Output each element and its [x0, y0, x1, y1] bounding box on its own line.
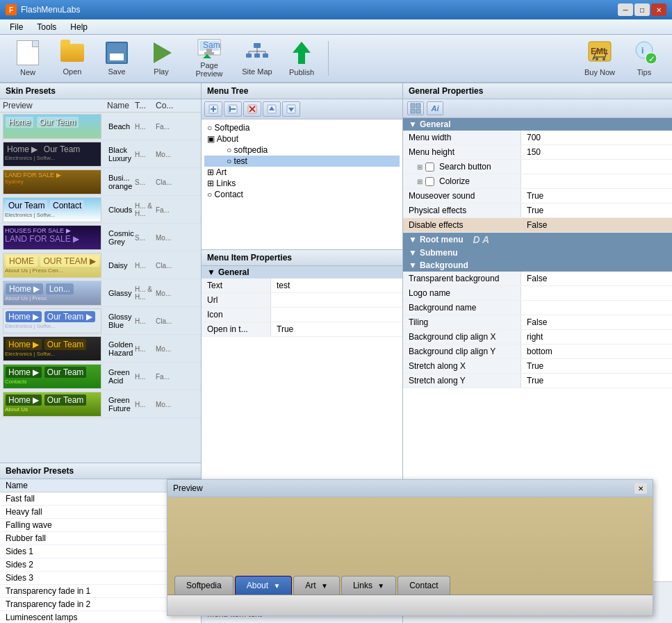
- gp-value-mousesound[interactable]: True: [521, 189, 672, 203]
- open-icon: [60, 41, 85, 65]
- skin-row-glossy[interactable]: Home ▶ Our Team ▶ Electronics | Softw...…: [0, 307, 201, 335]
- gp-toolbar-btn1[interactable]: [407, 101, 424, 115]
- tree-down-button[interactable]: [282, 101, 300, 117]
- skin-name-beach: Beach: [107, 122, 135, 131]
- skin-row-green[interactable]: Home ▶ Our Team Contacts Green Acid H...…: [0, 363, 201, 390]
- gp-group-general[interactable]: ▼ General: [403, 118, 672, 131]
- gp-label-bgclipx: Background clip align X: [403, 330, 521, 344]
- gp-value-transbg[interactable]: False: [521, 272, 672, 285]
- tree-expand-about[interactable]: ▣: [207, 134, 215, 144]
- skin-row-glassy[interactable]: Home ▶ Lon... About Us | Press Glassy H.…: [0, 279, 201, 307]
- gp-group-submenu[interactable]: ▼ Submenu: [403, 247, 672, 259]
- tree-expand-art[interactable]: ⊞: [207, 167, 214, 177]
- tree-item-art[interactable]: ⊞ Art: [204, 167, 400, 178]
- gp-value-menuheight[interactable]: 150: [521, 145, 672, 159]
- tree-item-softpedia-child[interactable]: ○ softpedia: [204, 144, 400, 156]
- gp-label-transbg: Transparent background: [403, 272, 521, 285]
- tree-icon-contact: ○: [207, 190, 212, 199]
- preview-close-button[interactable]: ✕: [634, 483, 647, 494]
- tree-item-contact[interactable]: ○ Contact: [204, 189, 400, 200]
- props-value-url[interactable]: [271, 293, 402, 307]
- gp-value-physeffects[interactable]: True: [521, 203, 672, 217]
- preview-menu-links[interactable]: Links ▼: [341, 576, 396, 595]
- gp-toolbar-btn2[interactable]: Ai: [427, 101, 443, 115]
- gp-row-colorize: ⊞ Colorize: [403, 174, 672, 189]
- play-label: Play: [154, 67, 168, 76]
- preview-menu-label-contact: Contact: [409, 581, 438, 590]
- props-value-icon[interactable]: [271, 308, 402, 322]
- play-button[interactable]: Play: [140, 38, 182, 79]
- props-group-general[interactable]: ▼ General: [202, 266, 402, 279]
- maximize-button[interactable]: □: [634, 3, 650, 16]
- gp-value-stretchy[interactable]: True: [521, 374, 672, 388]
- tree-expand-links[interactable]: ⊞: [207, 178, 214, 188]
- new-button[interactable]: New: [7, 38, 49, 79]
- gp-label-colorize[interactable]: ⊞ Colorize: [403, 174, 521, 188]
- skin-row-daisy[interactable]: HOME OUR TEAM ▶ About Us | Press Cen... …: [0, 251, 201, 279]
- buynow-icon: EML: [587, 40, 612, 65]
- preview-menu-contact[interactable]: Contact: [398, 576, 450, 595]
- skin-row-greenf[interactable]: Home ▶ Our Team About Us Green Future H.…: [0, 390, 201, 418]
- minimize-button[interactable]: ─: [618, 3, 633, 16]
- svg-rect-5: [254, 43, 261, 48]
- props-group-expand: ▼: [207, 267, 215, 277]
- gp-value-bgname[interactable]: [521, 301, 672, 315]
- preview-menu-label-softpedia: Softpedia: [186, 581, 222, 590]
- gp-label-stretchy: Stretch along Y: [403, 374, 521, 388]
- menu-tools[interactable]: Tools: [30, 21, 63, 33]
- tips-button[interactable]: i ✓ Tips: [623, 38, 665, 79]
- open-folder-icon: [60, 44, 84, 62]
- props-value-text[interactable]: test: [271, 279, 402, 292]
- skin-row-golden[interactable]: Home ▶ Our Team Electronics | Softw... G…: [0, 335, 201, 363]
- save-label: Save: [108, 67, 125, 76]
- gp-value-diseffects[interactable]: False: [521, 218, 672, 232]
- tree-item-test[interactable]: ○ test: [204, 156, 400, 167]
- play-icon: [149, 41, 174, 65]
- gp-group-background-label: Background: [420, 260, 468, 270]
- open-button[interactable]: Open: [51, 38, 93, 79]
- checkbox-colorize[interactable]: [425, 177, 434, 186]
- gp-value-tiling[interactable]: False: [521, 315, 672, 329]
- skin-row-cosmic[interactable]: HOUSES FOR SALE ▶ LAND FOR SALE ▶ Cosmic…: [0, 224, 201, 251]
- menu-tree-panel: Menu Tree: [202, 83, 402, 250]
- tree-item-softpedia[interactable]: ○ Softpedia: [204, 122, 400, 133]
- gp-group-submenu-label: Submenu: [420, 248, 458, 258]
- tree-add-button[interactable]: [204, 101, 222, 117]
- skin-row-beach[interactable]: Home Our Team Beach H... Fa...: [0, 113, 201, 140]
- skin-preview-glassy: Home ▶ Lon... About Us | Press: [3, 281, 101, 306]
- gp-label-searchbtn-text: Search button: [439, 162, 491, 172]
- tree-delete-button[interactable]: [243, 101, 261, 117]
- tree-item-about[interactable]: ▣ About: [204, 133, 400, 144]
- gp-value-logoname[interactable]: [521, 286, 672, 300]
- gp-group-rootmenu[interactable]: ▼ Root menu D A: [403, 233, 672, 247]
- preview-menu-art[interactable]: Art ▼: [293, 576, 340, 595]
- save-icon: [104, 41, 129, 65]
- close-button[interactable]: ✕: [651, 3, 666, 16]
- skin-row-business[interactable]: LAND FOR SALE ▶ Sydney Busi... orange S.…: [0, 168, 201, 196]
- skin-row-black[interactable]: Home ▶ Our Team Electronics | Softw... B…: [0, 140, 201, 168]
- menu-help[interactable]: Help: [63, 21, 95, 33]
- tree-item-links[interactable]: ⊞ Links: [204, 178, 400, 189]
- gp-group-background[interactable]: ▼ Background: [403, 259, 672, 272]
- preview-button[interactable]: Sample Page Preview: [185, 38, 233, 79]
- props-value-openin[interactable]: True: [271, 322, 402, 336]
- preview-menu-about[interactable]: About ▼: [235, 576, 293, 595]
- checkbox-searchbtn[interactable]: [425, 163, 434, 172]
- sitemap-button[interactable]: Site Map: [236, 38, 278, 79]
- gp-value-menuwidth[interactable]: 700: [521, 131, 672, 144]
- gp-label-searchbtn[interactable]: ⊞ Search button: [403, 160, 521, 174]
- skin-preview-green: Home ▶ Our Team Contacts: [3, 364, 101, 389]
- menu-file[interactable]: File: [3, 21, 30, 33]
- tree-sub-button[interactable]: [224, 101, 242, 117]
- gp-value-bgclipx[interactable]: right: [521, 330, 672, 344]
- publish-button[interactable]: Publish: [281, 38, 322, 79]
- tree-up-button[interactable]: [263, 101, 281, 117]
- skin-row-clouds[interactable]: Our Team Contact Electronics | Softw... …: [0, 196, 201, 224]
- sitemap-label: Site Map: [242, 67, 272, 76]
- preview-menu-softpedia[interactable]: Softpedia: [174, 576, 233, 595]
- buynow-button[interactable]: EML Buy Now: [579, 38, 621, 79]
- gp-value-bgclipy[interactable]: bottom: [521, 344, 672, 358]
- save-button[interactable]: Save: [96, 38, 138, 79]
- gp-value-stretchx[interactable]: True: [521, 359, 672, 373]
- skin-co-beach: Fa...: [156, 123, 181, 131]
